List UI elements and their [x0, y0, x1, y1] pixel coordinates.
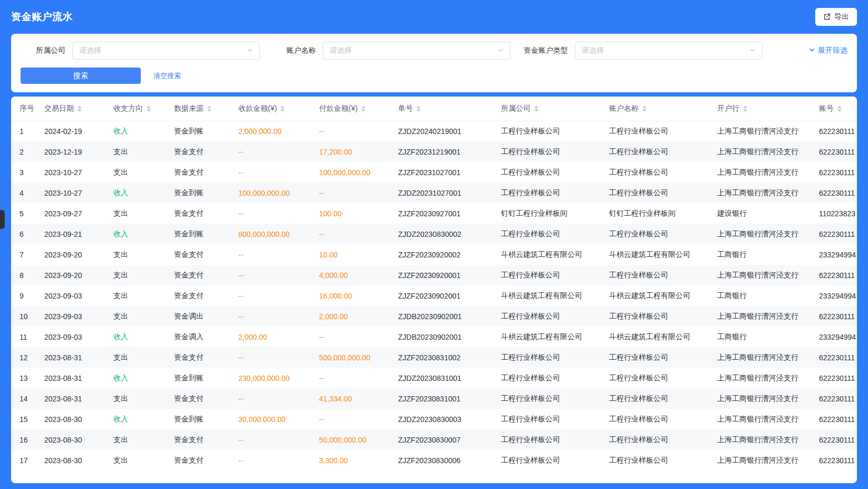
sort-icon[interactable] [417, 106, 421, 112]
sort-icon[interactable] [642, 106, 647, 112]
cell-payment: -- [311, 327, 390, 347]
cell-no: 4 [11, 183, 36, 203]
table-row[interactable]: 102023-09-03支出资金调出--2,000.00ZJDB20230902… [11, 306, 857, 327]
cell-date: 2023-09-21 [36, 224, 105, 244]
sort-icon[interactable] [361, 106, 365, 112]
cell-company: 工程行业样板公司 [493, 368, 601, 388]
table-body: 12024-02-19收入资金到账2,000,000.00--ZJDZ20240… [11, 121, 857, 471]
cell-bank: 上海工商银行漕河泾支行 [709, 450, 811, 471]
column-header[interactable]: 收款金额(¥) [230, 97, 311, 121]
column-header[interactable]: 所属公司 [493, 97, 601, 121]
cell-direction: 收入 [105, 327, 166, 347]
search-button[interactable]: 搜索 [21, 68, 141, 84]
cell-bank: 上海工商银行漕河泾支行 [709, 347, 811, 368]
cell-receipt: 2,000,000.00 [230, 121, 311, 141]
export-icon [823, 13, 831, 21]
cell-receipt: -- [230, 306, 311, 327]
table-row[interactable]: 112023-09-03收入资金调入2,000.00--ZJDB20230902… [11, 327, 857, 347]
cell-order_no: ZJZF20230920001 [390, 265, 493, 285]
cell-receipt: -- [230, 347, 311, 368]
column-header[interactable]: 开户行 [709, 97, 811, 121]
table-row[interactable]: 82023-09-20支出资金支付--4,000.00ZJZF202309200… [11, 265, 857, 285]
cell-order_no: ZJDZ20230830002 [390, 224, 493, 244]
cell-account_name: 工程行业样板公司 [601, 141, 709, 162]
cell-account_name: 斗栱云建筑工程有限公司 [601, 327, 709, 347]
account-type-select[interactable]: 请选择 [575, 42, 763, 60]
filter-group-account-name: 账户名称 请选择 [286, 42, 510, 60]
column-header[interactable]: 单号 [390, 97, 493, 121]
cell-source: 资金支付 [166, 244, 230, 265]
column-header[interactable]: 付款金额(¥) [311, 97, 390, 121]
cell-payment: 3,300.00 [311, 450, 390, 471]
table-row[interactable]: 42023-10-27收入资金到账100,000,000.00--ZJDZ202… [11, 183, 857, 203]
cell-bank: 上海工商银行漕河泾支行 [709, 162, 811, 183]
cell-order_no: ZJZF20231219001 [390, 141, 493, 162]
table-row[interactable]: 72023-09-20支出资金支付--10.00ZJZF20230920002斗… [11, 244, 857, 265]
table-row[interactable]: 62023-09-21收入资金到账800,000,000.00--ZJDZ202… [11, 224, 857, 244]
table-row[interactable]: 12024-02-19收入资金到账2,000,000.00--ZJDZ20240… [11, 121, 857, 141]
table-row[interactable]: 172023-08-30支出资金支付--3,300.00ZJZF20230830… [11, 450, 857, 471]
sort-icon[interactable] [837, 106, 842, 112]
table-row[interactable]: 122023-08-31支出资金支付--500,000,000.00ZJZF20… [11, 347, 857, 368]
cell-account_no: 622230111 [811, 265, 857, 285]
account-name-select[interactable]: 请选择 [323, 42, 510, 60]
cell-source: 资金支付 [166, 203, 230, 224]
filter-panel: 所属公司 请选择 账户名称 请选择 资金账户类型 [11, 34, 857, 92]
cell-receipt: 2,000.00 [230, 327, 311, 347]
table-row[interactable]: 52023-09-27支出资金支付--100.00ZJZF20230927001… [11, 203, 857, 224]
cell-company: 斗栱云建筑工程有限公司 [493, 327, 601, 347]
sort-icon[interactable] [147, 106, 151, 112]
cell-company: 工程行业样板公司 [493, 121, 601, 141]
side-drawer-handle[interactable] [0, 210, 5, 229]
cell-source: 资金到账 [166, 224, 230, 244]
table-row[interactable]: 22023-12-19支出资金支付--17,200.00ZJZF20231219… [11, 141, 857, 162]
sort-icon[interactable] [534, 106, 538, 112]
cell-no: 11 [11, 327, 36, 347]
cell-company: 工程行业样板公司 [493, 141, 601, 162]
company-select[interactable]: 请选择 [72, 42, 260, 60]
cell-direction: 支出 [105, 306, 166, 327]
column-label: 收款金额(¥) [238, 104, 277, 112]
cell-payment: 16,000.00 [311, 285, 390, 306]
sort-icon[interactable] [281, 106, 285, 112]
column-header[interactable]: 账号 [811, 97, 857, 121]
cell-source: 资金支付 [166, 429, 230, 450]
cell-account_name: 工程行业样板公司 [601, 162, 709, 183]
cell-order_no: ZJDB20230902001 [390, 327, 493, 347]
table-row[interactable]: 32023-10-27支出资金支付--100,000,000.00ZJZF202… [11, 162, 857, 183]
table-row[interactable]: 92023-09-03支出资金支付--16,000.00ZJZF20230902… [11, 285, 857, 306]
column-header[interactable]: 数据来源 [166, 97, 230, 121]
cell-account_name: 工程行业样板公司 [601, 368, 709, 388]
cell-source: 资金支付 [166, 162, 230, 183]
column-header[interactable]: 账户名称 [601, 97, 709, 121]
sort-icon[interactable] [78, 106, 82, 112]
cell-date: 2023-09-03 [36, 285, 105, 306]
cell-account_no: 622230111 [811, 450, 857, 471]
cell-account_name: 斗栱云建筑工程有限公司 [601, 285, 709, 306]
cell-account_no: 622230111 [811, 409, 857, 429]
cell-order_no: ZJZF20230831001 [390, 388, 493, 409]
cell-no: 14 [11, 388, 36, 409]
column-label: 账户名称 [609, 104, 639, 112]
table-row[interactable]: 162023-08-30支出资金支付--50,000,000.00ZJZF202… [11, 429, 857, 450]
cell-bank: 建设银行 [709, 203, 811, 224]
clear-search-link[interactable]: 清空搜索 [153, 71, 181, 81]
column-header[interactable]: 收支方向 [105, 97, 166, 121]
column-header[interactable]: 交易日期 [36, 97, 105, 121]
sort-icon[interactable] [743, 106, 747, 112]
table-row[interactable]: 152023-08-30收入资金到账30,000,000.00--ZJDZ202… [11, 409, 857, 429]
expand-filter-link[interactable]: 展开筛选 [808, 46, 847, 55]
cell-no: 16 [11, 429, 36, 450]
cell-payment: -- [311, 183, 390, 203]
cell-date: 2023-09-03 [36, 327, 105, 347]
cell-receipt: -- [230, 285, 311, 306]
cell-date: 2023-08-31 [36, 368, 105, 388]
table-row[interactable]: 132023-08-31收入资金到账230,000,000.00--ZJDZ20… [11, 368, 857, 388]
cell-account_name: 工程行业样板公司 [601, 409, 709, 429]
export-button[interactable]: 导出 [815, 8, 857, 26]
table-row[interactable]: 142023-08-31支出资金支付--41,334.00ZJZF2023083… [11, 388, 857, 409]
cell-no: 8 [11, 265, 36, 285]
sort-icon[interactable] [207, 106, 211, 112]
cell-bank: 上海工商银行漕河泾支行 [709, 429, 811, 450]
filter-company-label: 所属公司 [36, 46, 65, 55]
